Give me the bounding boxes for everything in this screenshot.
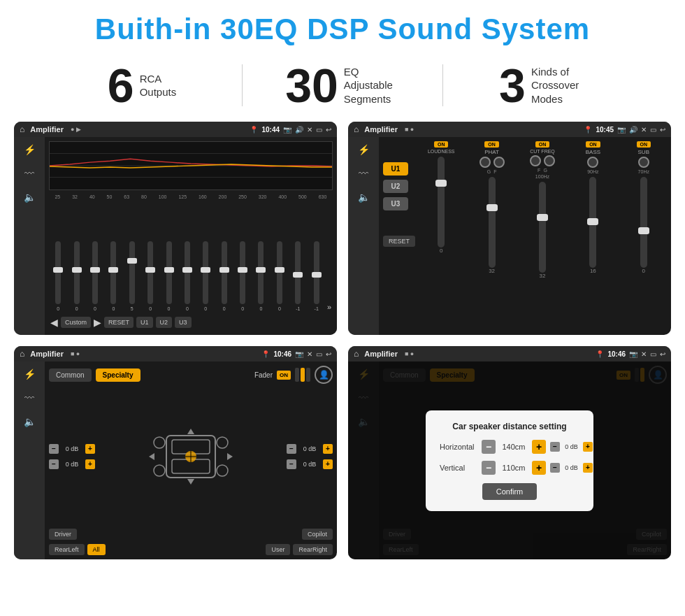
cutfreq-slider[interactable]	[539, 182, 546, 273]
eq-u2-btn[interactable]: U2	[156, 317, 173, 328]
confirm-button[interactable]: Confirm	[482, 483, 538, 500]
eq-track-13[interactable]	[277, 241, 282, 304]
pos-user-btn[interactable]: User	[266, 544, 290, 555]
bass-knob[interactable]	[587, 157, 598, 168]
eq-thumb-12[interactable]	[256, 267, 266, 273]
eq-thumb-6[interactable]	[145, 267, 155, 273]
db-minus-br[interactable]: −	[287, 459, 296, 469]
eq-thumb-14[interactable]	[293, 272, 303, 278]
mixer-reset-btn[interactable]: RESET	[383, 236, 415, 247]
db-minus-bl[interactable]: −	[49, 459, 59, 469]
phat-knob-f[interactable]	[493, 157, 505, 168]
eq-track-8[interactable]	[185, 241, 190, 304]
crossover-sidebar-eq-icon[interactable]: ⚡	[24, 368, 36, 380]
db-plus-br[interactable]: +	[323, 459, 333, 469]
crossover-sidebar-wave-icon[interactable]: 〰	[24, 392, 34, 403]
eq-reset-btn[interactable]: RESET	[104, 317, 134, 328]
pos-rearleft-btn[interactable]: RearLeft	[49, 544, 85, 555]
eq-sidebar-eq-icon[interactable]: ⚡	[24, 144, 36, 155]
crossover-person-icon[interactable]: 👤	[315, 366, 333, 384]
loudness-slider[interactable]	[438, 157, 445, 248]
eq-track-9[interactable]	[203, 241, 208, 304]
bass-thumb[interactable]	[587, 218, 598, 225]
eq-thumb-1[interactable]	[53, 267, 63, 273]
sub-slider[interactable]	[640, 177, 647, 268]
eq-track-3[interactable]	[92, 241, 98, 304]
eq-u1-btn[interactable]: U1	[136, 317, 153, 328]
db-minus-tr[interactable]: −	[287, 444, 296, 454]
eq-thumb-3[interactable]	[90, 267, 100, 273]
eq-track-15[interactable]	[314, 241, 319, 304]
crossover-common-tab[interactable]: Common	[49, 368, 92, 382]
expand-icon[interactable]: »	[327, 303, 331, 311]
h-db-plus[interactable]: +	[583, 442, 593, 452]
crossover-specialty-tab[interactable]: Specialty	[96, 368, 140, 382]
eq-track-12[interactable]	[258, 241, 264, 304]
db-minus-tl[interactable]: −	[49, 444, 59, 454]
crossover-sidebar-speaker-icon[interactable]: 🔈	[24, 416, 36, 427]
eq-thumb-5[interactable]	[127, 258, 137, 264]
db-plus-bl[interactable]: +	[85, 459, 95, 469]
eq-track-1[interactable]	[55, 241, 61, 304]
eq-thumb-15[interactable]	[312, 272, 322, 278]
pos-rearright-btn[interactable]: RearRight	[293, 544, 333, 555]
mixer-sidebar-wave-icon[interactable]: 〰	[359, 168, 368, 179]
eq-thumb-2[interactable]	[72, 267, 82, 273]
eq-track-6[interactable]	[147, 241, 153, 304]
h-db-minus[interactable]: −	[550, 442, 560, 452]
cutfreq-knob-f[interactable]	[530, 155, 541, 166]
back-icon-eq[interactable]: ↩	[326, 126, 331, 134]
eq-track-10[interactable]	[222, 241, 227, 304]
pos-driver-btn[interactable]: Driver	[49, 529, 77, 540]
eq-thumb-10[interactable]	[219, 267, 229, 273]
phat-knob-g[interactable]	[480, 157, 491, 168]
eq-thumb-4[interactable]	[108, 267, 118, 273]
bass-slider[interactable]	[589, 177, 596, 268]
sub-knob[interactable]	[638, 157, 649, 168]
mixer-u2-btn[interactable]: U2	[383, 180, 408, 193]
back-icon-crossover[interactable]: ↩	[326, 350, 331, 358]
eq-track-7[interactable]	[166, 241, 172, 304]
phat-slider[interactable]	[489, 177, 496, 268]
vertical-minus-btn[interactable]: −	[482, 461, 496, 475]
back-icon-mixer[interactable]: ↩	[660, 126, 665, 134]
eq-thumb-13[interactable]	[275, 267, 284, 273]
db-plus-tr[interactable]: +	[323, 444, 333, 454]
eq-sidebar-speaker-icon[interactable]: 🔈	[24, 192, 36, 203]
back-icon-dialog[interactable]: ↩	[660, 350, 665, 358]
mixer-sidebar-speaker-icon[interactable]: 🔈	[358, 192, 370, 203]
eq-next-arrow[interactable]: ▶	[94, 317, 101, 328]
eq-thumb-11[interactable]	[238, 267, 247, 273]
eq-track-11[interactable]	[240, 241, 245, 304]
phat-thumb[interactable]	[486, 204, 498, 211]
home-icon-mixer[interactable]: ⌂	[354, 124, 359, 134]
horizontal-plus-btn[interactable]: +	[532, 440, 546, 454]
horizontal-minus-btn[interactable]: −	[482, 440, 496, 454]
mixer-sidebar-eq-icon[interactable]: ⚡	[358, 144, 370, 155]
eq-track-14[interactable]	[295, 241, 301, 304]
eq-thumb-7[interactable]	[164, 267, 174, 273]
v-db-minus[interactable]: −	[550, 463, 560, 473]
loudness-thumb[interactable]	[435, 180, 447, 187]
eq-prev-arrow[interactable]: ◀	[50, 317, 58, 328]
cutfreq-thumb[interactable]	[537, 214, 548, 221]
eq-sidebar-wave-icon[interactable]: 〰	[24, 168, 34, 179]
pos-all-btn[interactable]: All	[87, 544, 106, 555]
eq-thumb-8[interactable]	[182, 267, 192, 273]
mixer-u3-btn[interactable]: U3	[383, 197, 408, 210]
db-plus-tl[interactable]: +	[85, 444, 95, 454]
cutfreq-knob-g[interactable]	[544, 155, 555, 166]
pos-copilot-btn[interactable]: Copilot	[302, 529, 333, 540]
eq-u3-btn[interactable]: U3	[175, 317, 192, 328]
v-db-plus[interactable]: +	[583, 463, 593, 473]
home-icon-dialog[interactable]: ⌂	[354, 349, 359, 359]
mixer-u1-btn[interactable]: U1	[383, 162, 408, 176]
eq-track-2[interactable]	[74, 241, 80, 304]
eq-thumb-9[interactable]	[201, 267, 210, 273]
home-icon-crossover[interactable]: ⌂	[20, 349, 24, 359]
eq-track-5[interactable]	[129, 241, 135, 304]
eq-custom-btn[interactable]: Custom	[61, 317, 91, 328]
vertical-plus-btn[interactable]: +	[532, 461, 546, 475]
sub-thumb[interactable]	[638, 227, 649, 234]
home-icon-eq[interactable]: ⌂	[20, 124, 24, 134]
